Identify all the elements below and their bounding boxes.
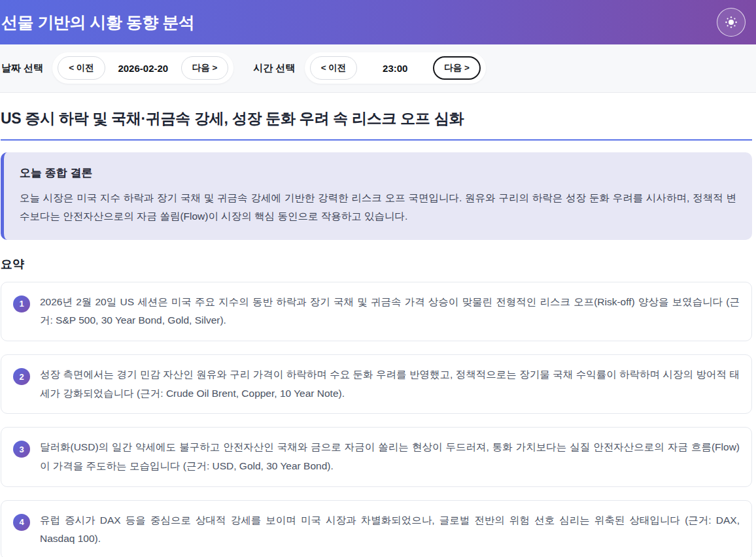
item-text: 2026년 2월 20일 US 세션은 미국 주요 지수의 동반 하락과 장기 … [40,293,740,330]
summary-item: 1 2026년 2월 20일 US 세션은 미국 주요 지수의 동반 하락과 장… [1,282,752,341]
summary-item: 2 성장 측면에서는 경기 민감 자산인 원유와 구리 가격이 하락하며 수요 … [1,354,752,414]
date-selector: < 이전 2026-02-20 다음 > [52,52,233,84]
selector-bar: 날짜 선택 < 이전 2026-02-20 다음 > 시간 선택 < 이전 23… [0,44,756,93]
date-next-button[interactable]: 다음 > [181,56,229,80]
date-prev-button[interactable]: < 이전 [58,56,105,80]
conclusion-body: 오늘 시장은 미국 지수 하락과 장기 국채 및 귀금속 강세에 기반한 강력한… [20,189,736,226]
item-text: 성장 측면에서는 경기 민감 자산인 원유와 구리 가격이 하락하며 수요 둔화… [40,365,740,403]
summary-section-title: 요약 [1,256,752,272]
date-selector-group: 날짜 선택 < 이전 2026-02-20 다음 > [1,52,233,84]
item-text: 유럽 증시가 DAX 등을 중심으로 상대적 강세를 보이며 미국 시장과 차별… [40,511,740,549]
date-value: 2026-02-20 [108,63,179,74]
item-text: 달러화(USD)의 일간 약세에도 불구하고 안전자산인 국채와 금으로 자금이… [40,438,740,475]
app-title: 선물 기반의 시황 동향 분석 [1,12,194,33]
item-number-badge: 2 [13,368,30,385]
summary-item: 4 유럽 증시가 DAX 등을 중심으로 상대적 강세를 보이며 미국 시장과 … [1,500,752,557]
time-next-button[interactable]: 다음 > [433,56,481,80]
conclusion-box: 오늘 종합 결론 오늘 시장은 미국 지수 하락과 장기 국채 및 귀금속 강세… [1,152,752,240]
item-number-badge: 4 [13,514,30,531]
app-header: 선물 기반의 시황 동향 분석 [0,0,756,44]
item-number-badge: 3 [13,441,30,458]
time-selector: < 이전 23:00 다음 > [305,52,486,84]
time-selector-group: 시간 선택 < 이전 23:00 다음 > [253,52,485,84]
sun-icon [725,16,738,29]
theme-toggle-button[interactable] [717,8,746,37]
page: { "header": { "title": "선물 기반의 시황 동향 분석"… [0,0,756,557]
time-prev-button[interactable]: < 이전 [310,56,358,80]
date-select-label: 날짜 선택 [1,62,43,75]
time-select-label: 시간 선택 [253,62,295,75]
summary-item: 3 달러화(USD)의 일간 약세에도 불구하고 안전자산인 국채와 금으로 자… [1,427,752,486]
headline: US 증시 하락 및 국채·귀금속 강세, 성장 둔화 우려 속 리스크 오프 … [1,109,752,141]
conclusion-title: 오늘 종합 결론 [20,165,736,180]
main-content: US 증시 하락 및 국채·귀금속 강세, 성장 둔화 우려 속 리스크 오프 … [0,109,756,557]
time-value: 23:00 [360,63,430,74]
item-number-badge: 1 [13,295,30,312]
